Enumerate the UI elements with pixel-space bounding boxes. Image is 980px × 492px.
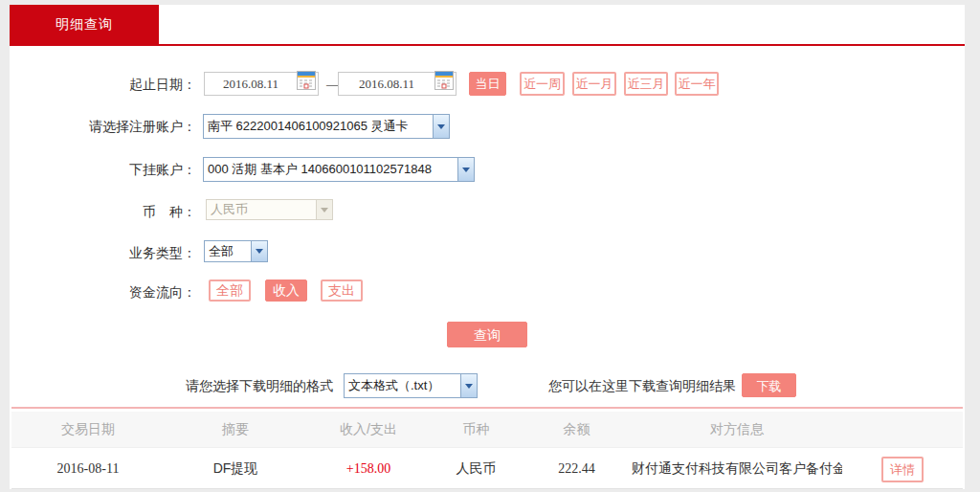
- chevron-down-icon[interactable]: [433, 115, 449, 138]
- header-currency: 币种: [431, 421, 522, 438]
- quick-range-year-button[interactable]: 近一年: [675, 72, 719, 96]
- sub-account-select[interactable]: 000 活期 基本户 1406600101102571848: [203, 157, 475, 182]
- cell-currency: 人民币: [431, 460, 522, 478]
- table-top-border: [11, 407, 963, 409]
- register-account-label: 请选择注册账户：: [10, 114, 196, 139]
- register-account-select[interactable]: 南平 6222001406100921065 灵通卡: [203, 114, 450, 139]
- download-format-value: 文本格式（.txt）: [345, 374, 460, 397]
- chevron-down-icon[interactable]: [251, 241, 267, 261]
- fund-flow-label: 资金流向：: [10, 280, 196, 304]
- table-header-row: 交易日期 摘要 收入/支出 币种 余额 对方信息: [11, 412, 963, 448]
- tab-underline: [10, 44, 965, 46]
- business-type-value: 全部: [205, 241, 251, 261]
- date-range-label: 起止日期：: [10, 72, 196, 97]
- fund-flow-income-button[interactable]: 收入: [265, 280, 307, 302]
- chevron-down-icon[interactable]: [460, 374, 477, 397]
- quick-range-month-button[interactable]: 近一月: [572, 72, 616, 96]
- currency-select: 人民币: [206, 199, 333, 220]
- chevron-down-icon[interactable]: [457, 158, 474, 181]
- cell-summary: DF提现: [165, 460, 306, 478]
- fund-flow-all-button[interactable]: 全部: [209, 280, 251, 302]
- header-income-expense: 收入/支出: [306, 421, 431, 438]
- header-summary: 摘要: [165, 421, 306, 438]
- download-format-select[interactable]: 文本格式（.txt）: [344, 373, 478, 398]
- header-trade-date: 交易日期: [11, 421, 165, 438]
- cell-amount: +158.00: [306, 461, 431, 477]
- business-type-label: 业务类型：: [10, 240, 196, 265]
- tab-detail-query[interactable]: 明细查询: [10, 5, 159, 44]
- download-format-label: 请您选择下载明细的格式: [186, 373, 333, 398]
- header-balance: 余额: [522, 421, 632, 438]
- download-hint-text: 您可以在这里下载查询明细结果: [548, 373, 736, 398]
- cell-trade-date: 2016-08-11: [11, 461, 165, 477]
- cell-balance: 222.44: [522, 461, 632, 477]
- query-button[interactable]: 查询: [447, 322, 527, 347]
- quick-range-3months-button[interactable]: 近三月: [624, 72, 668, 96]
- content-panel: 明细查询 起止日期： 2016.08.11: [10, 5, 965, 489]
- start-date-value: 2016.08.11: [205, 72, 297, 97]
- end-date-input[interactable]: 2016.08.11: [338, 72, 457, 96]
- fund-flow-expense-button[interactable]: 支出: [321, 280, 363, 302]
- chevron-down-icon: [316, 200, 332, 219]
- quick-range-week-button[interactable]: 近一周: [520, 72, 565, 96]
- sub-account-label: 下挂账户：: [10, 157, 196, 182]
- header-counterparty: 对方信息: [632, 421, 842, 438]
- cell-counterparty: 财付通支付科技有限公司客户备付金: [632, 460, 842, 478]
- quick-range-today-button[interactable]: 当日: [469, 72, 506, 96]
- register-account-value: 南平 6222001406100921065 灵通卡: [204, 115, 433, 138]
- calendar-icon[interactable]: [297, 71, 318, 98]
- detail-button[interactable]: 详情: [881, 457, 924, 482]
- table-row: 2016-08-11 DF提现 +158.00 人民币 222.44 财付通支付…: [11, 450, 963, 489]
- start-date-input[interactable]: 2016.08.11: [204, 72, 319, 96]
- calendar-icon[interactable]: [434, 71, 456, 98]
- detail-query-page: 明细查询 起止日期： 2016.08.11: [0, 0, 980, 492]
- sub-account-value: 000 活期 基本户 1406600101102571848: [204, 158, 457, 181]
- currency-label: 币 种：: [10, 199, 196, 224]
- currency-value: 人民币: [207, 200, 316, 219]
- end-date-value: 2016.08.11: [339, 72, 434, 97]
- download-button[interactable]: 下载: [742, 373, 796, 397]
- business-type-select[interactable]: 全部: [204, 240, 268, 262]
